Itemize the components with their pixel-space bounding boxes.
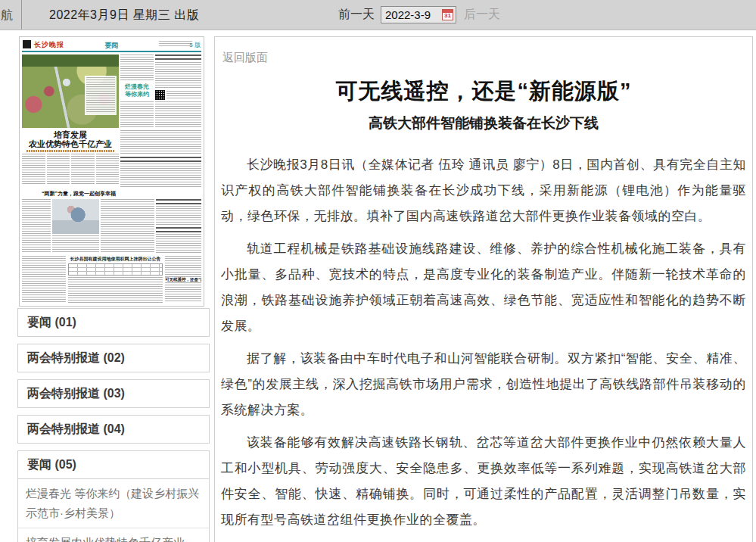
photo-caption-box — [85, 76, 117, 115]
date-input[interactable]: 2022-3-9 31 — [381, 6, 456, 23]
thumbnail-right-column — [155, 55, 201, 128]
article-paragraph: 该装备能够有效解决高速铁路长钢轨、岔芯等道岔大部件更换作业中仍然依赖大量人工和小… — [221, 430, 746, 533]
article-paragraph: 长沙晚报3月8日讯（全媒体记者 伍玲 通讯员 廖宁）8日，国内首创、具有完全自主… — [221, 152, 746, 229]
thumbnail-masthead: 长沙晚报 要闻 5 版 — [22, 39, 201, 52]
date-value: 2022-3-9 — [385, 8, 442, 21]
thumbnail-main-headline: 培育发展 农业优势特色千亿产业 — [22, 130, 119, 148]
back-to-page-link[interactable]: 返回版面 — [222, 51, 268, 65]
newspaper-page-thumbnail[interactable]: 长沙晚报 要闻 5 版 烂漫春光 等你来约 — [19, 36, 204, 307]
article-title: 可无线遥控，还是“新能源版” — [221, 76, 746, 107]
teal-headline: 烂漫春光 等你来约 — [120, 81, 154, 101]
sidebar-section-yaowen-01[interactable]: 要闻 (01) — [17, 308, 210, 337]
worker-photo — [52, 199, 99, 234]
article-link-peiyu[interactable]: 培育发展农业优势特色千亿产业 — [18, 528, 209, 542]
thumbnail-main-story: 培育发展 农业优势特色千亿产业 — [22, 130, 119, 188]
qr-code-icon — [155, 90, 165, 100]
aerial-village-photo — [22, 55, 119, 128]
sidebar-section-group: 要闻 (05) 烂漫春光 等你来约（建设乡村振兴示范市·乡村美景） 培育发展农业… — [17, 450, 210, 542]
article-paragraph: 轨道工程机械是铁路基础设施线路建设、维修、养护的综合性机械化施工装备，具有小批量… — [221, 236, 746, 339]
article-link-lanman[interactable]: 烂漫春光 等你来约（建设乡村振兴示范市·乡村美景） — [18, 479, 209, 528]
thumbnail-liangxin-story: “两新”力量，跟党一起创享幸福 — [22, 190, 201, 254]
calendar-icon[interactable]: 31 — [442, 9, 453, 20]
thumbnail-notice-block: 长沙县国有建设用地使用权网上挂牌出让公告 可无线遥控，还是“新能源版” — [22, 256, 201, 303]
article-paragraph: 据了解，该装备由中车时代电子和山河智能联合研制。双方紧扣“智能、安全、精准、绿色… — [221, 346, 746, 423]
nav-label-partial: 航 — [1, 8, 14, 23]
date-navigation: 前一天 2022-3-9 31 后一天 — [338, 6, 500, 23]
page-number: 5 版 — [189, 41, 201, 49]
thumbnail-body: 烂漫春光 等你来约 培育发展 农业优势特色千亿产业 — [20, 52, 204, 305]
article-list: 烂漫春光 等你来约（建设乡村振兴示范市·乡村美景） 培育发展农业优势特色千亿产业 — [17, 479, 210, 542]
next-day-button[interactable]: 后一天 — [464, 7, 500, 23]
masthead-info-lines — [159, 41, 192, 48]
notice-table — [68, 263, 163, 276]
thumbnail-middle-column: 烂漫春光 等你来约 — [120, 55, 154, 128]
top-toolbar: 航 2022年3月9日 星期三 出版 前一天 2022-3-9 31 后一天 — [0, 0, 756, 30]
sidebar-section-yaowen-05[interactable]: 要闻 (05) — [17, 450, 210, 479]
sidebar-section-lianghui-02[interactable]: 两会特别报道 (02) — [17, 344, 210, 372]
previous-day-button[interactable]: 前一天 — [338, 7, 375, 23]
article-panel: 返回版面 可无线遥控，还是“新能源版” 高铁大部件智能铺换装备在长沙下线 长沙晚… — [214, 36, 753, 542]
article-subtitle: 高铁大部件智能铺换装备在长沙下线 — [221, 114, 746, 133]
sidebar-section-lianghui-04[interactable]: 两会特别报道 (04) — [17, 415, 210, 444]
sidebar: 长沙晚报 要闻 5 版 烂漫春光 等你来约 — [17, 36, 210, 542]
toolbar-divider — [21, 0, 22, 30]
thumbnail-subtitle-line — [26, 150, 114, 152]
publish-date-label: 2022年3月9日 星期三 出版 — [49, 8, 199, 23]
sidebar-section-lianghui-03[interactable]: 两会特别报道 (03) — [17, 379, 210, 408]
article-body: 长沙晚报3月8日讯（全媒体记者 伍玲 通讯员 廖宁）8日，国内首创、具有完全自主… — [221, 152, 746, 542]
thumbnail-side-stories — [120, 130, 201, 188]
